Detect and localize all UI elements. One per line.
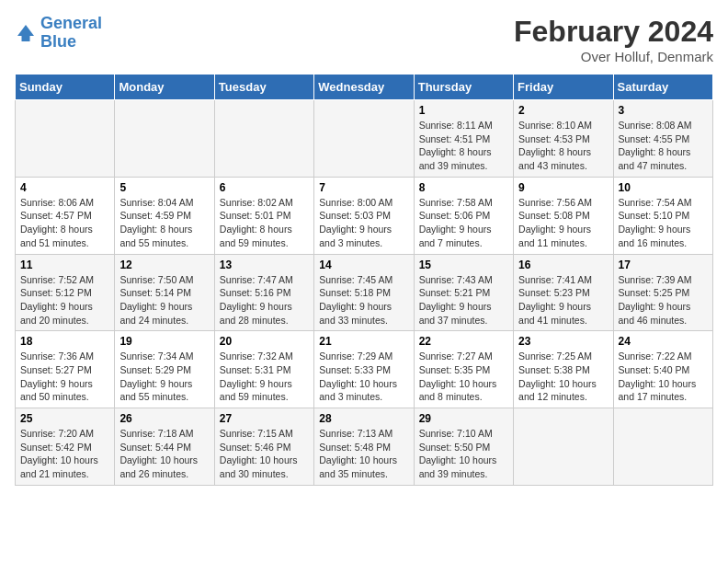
calendar-cell: 3Sunrise: 8:08 AM Sunset: 4:55 PM Daylig… [613,100,712,178]
calendar-cell [613,408,712,486]
day-info: Sunrise: 8:02 AM Sunset: 5:01 PM Dayligh… [220,196,309,250]
week-row-5: 25Sunrise: 7:20 AM Sunset: 5:42 PM Dayli… [16,408,713,486]
calendar-cell [214,100,313,178]
calendar-cell: 8Sunrise: 7:58 AM Sunset: 5:06 PM Daylig… [414,177,513,254]
calendar-cell: 19Sunrise: 7:34 AM Sunset: 5:29 PM Dayli… [115,331,214,408]
day-info: Sunrise: 7:27 AM Sunset: 5:35 PM Dayligh… [419,350,508,404]
day-info: Sunrise: 7:39 AM Sunset: 5:25 PM Dayligh… [619,273,708,327]
day-info: Sunrise: 7:15 AM Sunset: 5:46 PM Dayligh… [220,427,309,481]
header-row: SundayMondayTuesdayWednesdayThursdayFrid… [16,75,713,100]
calendar-cell: 7Sunrise: 8:00 AM Sunset: 5:03 PM Daylig… [314,177,414,254]
day-number: 17 [619,259,708,271]
day-info: Sunrise: 7:52 AM Sunset: 5:12 PM Dayligh… [20,273,109,327]
column-header-monday: Monday [115,75,214,100]
day-number: 4 [20,181,109,194]
calendar-cell: 17Sunrise: 7:39 AM Sunset: 5:25 PM Dayli… [613,254,712,331]
day-info: Sunrise: 8:10 AM Sunset: 4:53 PM Dayligh… [518,119,608,173]
calendar-cell: 5Sunrise: 8:04 AM Sunset: 4:59 PM Daylig… [115,177,214,254]
day-number: 18 [20,335,109,348]
day-info: Sunrise: 7:36 AM Sunset: 5:27 PM Dayligh… [20,350,109,404]
day-info: Sunrise: 8:00 AM Sunset: 5:03 PM Dayligh… [319,196,408,250]
calendar-cell [115,100,214,178]
calendar-cell: 26Sunrise: 7:18 AM Sunset: 5:44 PM Dayli… [115,408,214,486]
calendar-cell: 18Sunrise: 7:36 AM Sunset: 5:27 PM Dayli… [16,331,115,408]
column-header-tuesday: Tuesday [214,75,313,100]
column-header-friday: Friday [514,75,613,100]
calendar-cell: 29Sunrise: 7:10 AM Sunset: 5:50 PM Dayli… [414,408,513,486]
day-info: Sunrise: 7:32 AM Sunset: 5:31 PM Dayligh… [220,350,309,404]
week-row-2: 4Sunrise: 8:06 AM Sunset: 4:57 PM Daylig… [16,177,713,254]
day-info: Sunrise: 7:29 AM Sunset: 5:33 PM Dayligh… [319,350,408,404]
calendar-cell: 1Sunrise: 8:11 AM Sunset: 4:51 PM Daylig… [414,100,513,178]
day-number: 9 [518,181,608,194]
day-info: Sunrise: 7:47 AM Sunset: 5:16 PM Dayligh… [220,273,309,327]
day-number: 10 [619,181,708,194]
subtitle: Over Holluf, Denmark [514,49,713,64]
day-info: Sunrise: 7:54 AM Sunset: 5:10 PM Dayligh… [619,196,708,250]
calendar-cell: 23Sunrise: 7:25 AM Sunset: 5:38 PM Dayli… [514,331,613,408]
svg-marker-1 [17,25,34,36]
calendar-cell: 22Sunrise: 7:27 AM Sunset: 5:35 PM Dayli… [414,331,513,408]
day-number: 28 [319,412,408,425]
page-header: GeneralBlue February 2024 Over Holluf, D… [15,15,713,64]
day-number: 7 [319,181,408,194]
day-info: Sunrise: 7:43 AM Sunset: 5:21 PM Dayligh… [419,273,508,327]
day-number: 8 [419,181,508,194]
column-header-thursday: Thursday [414,75,513,100]
day-number: 16 [518,259,608,271]
column-header-sunday: Sunday [16,75,115,100]
calendar-cell: 15Sunrise: 7:43 AM Sunset: 5:21 PM Dayli… [414,254,513,331]
calendar-cell: 6Sunrise: 8:02 AM Sunset: 5:01 PM Daylig… [214,177,313,254]
day-info: Sunrise: 8:04 AM Sunset: 4:59 PM Dayligh… [119,196,209,250]
day-info: Sunrise: 8:06 AM Sunset: 4:57 PM Dayligh… [20,196,109,250]
day-number: 3 [619,104,708,117]
svg-rect-2 [22,36,30,41]
calendar-cell: 24Sunrise: 7:22 AM Sunset: 5:40 PM Dayli… [613,331,712,408]
day-info: Sunrise: 7:34 AM Sunset: 5:29 PM Dayligh… [119,350,209,404]
calendar-cell: 10Sunrise: 7:54 AM Sunset: 5:10 PM Dayli… [613,177,712,254]
day-number: 26 [119,412,209,425]
calendar-cell: 13Sunrise: 7:47 AM Sunset: 5:16 PM Dayli… [214,254,313,331]
day-info: Sunrise: 8:08 AM Sunset: 4:55 PM Dayligh… [619,119,708,173]
day-info: Sunrise: 7:10 AM Sunset: 5:50 PM Dayligh… [419,427,508,481]
day-info: Sunrise: 7:56 AM Sunset: 5:08 PM Dayligh… [518,196,608,250]
week-row-4: 18Sunrise: 7:36 AM Sunset: 5:27 PM Dayli… [16,331,713,408]
calendar-cell: 28Sunrise: 7:13 AM Sunset: 5:48 PM Dayli… [314,408,414,486]
day-number: 14 [319,259,408,271]
day-info: Sunrise: 7:25 AM Sunset: 5:38 PM Dayligh… [518,350,608,404]
calendar-cell: 4Sunrise: 8:06 AM Sunset: 4:57 PM Daylig… [16,177,115,254]
column-header-saturday: Saturday [613,75,712,100]
day-number: 25 [20,412,109,425]
logo-text: GeneralBlue [40,15,102,52]
day-number: 11 [20,259,109,271]
calendar-cell: 21Sunrise: 7:29 AM Sunset: 5:33 PM Dayli… [314,331,414,408]
day-number: 6 [220,181,309,194]
day-info: Sunrise: 7:45 AM Sunset: 5:18 PM Dayligh… [319,273,408,327]
day-number: 19 [119,335,209,348]
day-info: Sunrise: 7:18 AM Sunset: 5:44 PM Dayligh… [119,427,209,481]
calendar-cell [314,100,414,178]
day-number: 20 [220,335,309,348]
calendar-cell: 11Sunrise: 7:52 AM Sunset: 5:12 PM Dayli… [16,254,115,331]
calendar-cell: 14Sunrise: 7:45 AM Sunset: 5:18 PM Dayli… [314,254,414,331]
day-number: 15 [419,259,508,271]
day-number: 2 [518,104,608,117]
day-info: Sunrise: 8:11 AM Sunset: 4:51 PM Dayligh… [419,119,508,173]
day-number: 22 [419,335,508,348]
week-row-3: 11Sunrise: 7:52 AM Sunset: 5:12 PM Dayli… [16,254,713,331]
day-number: 21 [319,335,408,348]
day-number: 12 [119,259,209,271]
day-number: 27 [220,412,309,425]
main-title: February 2024 [514,15,713,49]
title-block: February 2024 Over Holluf, Denmark [514,15,713,64]
day-number: 29 [419,412,508,425]
calendar-cell: 25Sunrise: 7:20 AM Sunset: 5:42 PM Dayli… [16,408,115,486]
day-number: 24 [619,335,708,348]
day-info: Sunrise: 7:22 AM Sunset: 5:40 PM Dayligh… [619,350,708,404]
logo: GeneralBlue [15,15,102,52]
day-info: Sunrise: 7:13 AM Sunset: 5:48 PM Dayligh… [319,427,408,481]
day-number: 13 [220,259,309,271]
calendar-cell: 16Sunrise: 7:41 AM Sunset: 5:23 PM Dayli… [514,254,613,331]
day-number: 23 [518,335,608,348]
column-header-wednesday: Wednesday [314,75,414,100]
